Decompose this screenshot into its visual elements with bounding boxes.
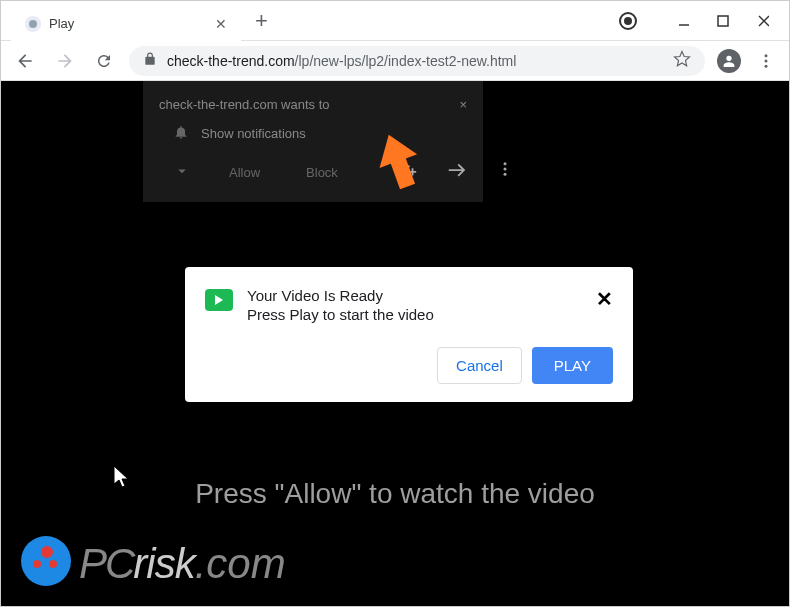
svg-rect-2 [718,16,728,26]
share-icon[interactable] [446,160,468,186]
reload-button[interactable] [91,48,117,74]
tab-favicon [25,16,41,32]
record-indicator-icon [619,12,637,30]
notification-origin-text: check-the-trend.com wants to [159,97,330,112]
new-tab-button[interactable]: + [255,8,268,34]
chevron-down-icon[interactable] [159,162,191,184]
notification-close-button[interactable]: × [459,97,467,112]
back-button[interactable] [11,47,39,75]
tab-title: Play [49,16,205,31]
browser-titlebar: Play ✕ + [1,1,789,41]
dialog-close-button[interactable]: ✕ [596,287,613,311]
notification-permission-label: Show notifications [201,126,306,141]
forward-button[interactable] [51,47,79,75]
svg-point-8 [503,162,506,165]
window-maximize-button[interactable] [717,15,729,27]
svg-point-5 [765,54,768,57]
address-bar[interactable]: check-the-trend.com/lp/new-lps/lp2/index… [129,46,705,76]
browser-toolbar: check-the-trend.com/lp/new-lps/lp2/index… [1,41,789,81]
cancel-button[interactable]: Cancel [437,347,522,384]
svg-point-10 [503,172,506,175]
bookmark-star-icon[interactable] [673,50,691,72]
tab-close-button[interactable]: ✕ [213,14,229,34]
video-ready-dialog: Your Video Is Ready Press Play to start … [185,267,633,402]
svg-point-9 [503,167,506,170]
bell-icon [173,124,189,143]
browser-tab[interactable]: Play ✕ [11,7,241,41]
mouse-cursor-icon [114,466,132,494]
pcrisk-logo-icon [21,536,71,586]
block-button[interactable]: Block [298,159,346,186]
allow-button[interactable]: Allow [221,159,268,186]
pcrisk-watermark-text: PCrisk.com [79,540,286,588]
play-button[interactable]: PLAY [532,347,613,384]
window-close-button[interactable] [757,15,769,27]
window-minimize-button[interactable] [677,15,689,27]
dialog-subtitle: Press Play to start the video [247,306,582,323]
profile-button[interactable] [717,49,741,73]
lock-icon [143,52,157,70]
more-icon[interactable] [496,160,514,186]
svg-point-6 [765,59,768,62]
url-text: check-the-trend.com/lp/new-lps/lp2/index… [167,53,516,69]
svg-point-0 [29,20,37,28]
notification-permission-prompt: check-the-trend.com wants to × Show noti… [143,81,483,202]
play-badge-icon [205,289,233,311]
svg-point-7 [765,64,768,67]
browser-menu-button[interactable] [753,48,779,74]
annotation-arrow-icon [369,133,429,207]
dialog-title: Your Video Is Ready [247,287,582,304]
page-content: check-the-trend.com wants to × Show noti… [1,81,789,606]
